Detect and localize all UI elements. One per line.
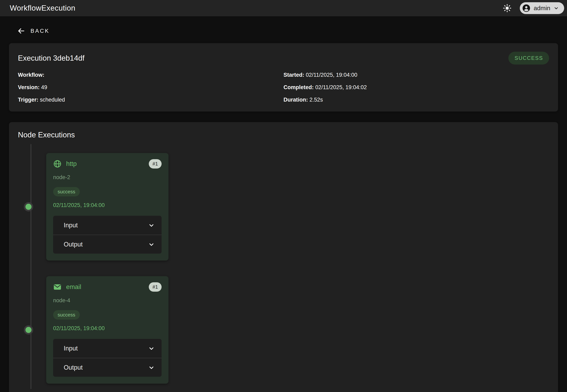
app-title: WorkflowExecution — [10, 4, 75, 13]
detail-label: Completed: — [283, 84, 314, 90]
input-accordion-toggle[interactable]: Input — [53, 216, 162, 235]
chevron-down-icon — [148, 222, 155, 229]
theme-toggle-button[interactable] — [503, 4, 512, 13]
globe-icon — [53, 160, 62, 168]
timeline-dot — [24, 202, 33, 211]
timeline-line — [30, 144, 31, 389]
execution-title: Execution 3deb14df — [18, 54, 84, 62]
sun-icon — [503, 4, 512, 13]
attempt-badge: #1 — [149, 282, 162, 292]
back-label: BACK — [30, 28, 50, 34]
user-avatar-icon — [522, 4, 530, 12]
node-timestamp: 02/11/2025, 19:04:00 — [53, 202, 162, 209]
io-box: Input Output — [53, 216, 162, 254]
attempt-badge: #1 — [149, 159, 162, 168]
node-id-label: node-4 — [53, 297, 162, 304]
output-label: Output — [64, 364, 83, 371]
detail-value: scheduled — [40, 97, 65, 103]
detail-completed: Completed: 02/11/2025, 19:04:02 — [283, 84, 549, 91]
chevron-down-icon — [553, 5, 559, 11]
execution-summary-card: Execution 3deb14df SUCCESS Workflow: Ver… — [9, 43, 558, 112]
user-menu-button[interactable]: admin — [520, 2, 564, 14]
detail-value: 2.52s — [310, 97, 323, 103]
timeline-dot — [24, 325, 33, 335]
node-execution-card-http: http #1 node-2 success 02/11/2025, 19:04… — [46, 153, 168, 261]
detail-label: Version: — [18, 84, 40, 90]
mail-icon — [53, 283, 62, 291]
output-accordion-toggle[interactable]: Output — [53, 235, 162, 254]
detail-label: Started: — [283, 72, 304, 78]
chevron-down-icon — [148, 364, 155, 371]
node-type-label: http — [66, 160, 77, 168]
node-status-badge: success — [53, 187, 80, 196]
chevron-down-icon — [148, 345, 155, 352]
node-executions-title: Node Executions — [18, 131, 549, 139]
chevron-down-icon — [148, 241, 155, 248]
arrow-left-icon — [17, 27, 25, 35]
topbar: WorkflowExecution — [0, 0, 567, 16]
node-executions-card: Node Executions http #1 node-2 success — [9, 122, 558, 392]
execution-status-badge: SUCCESS — [508, 52, 549, 65]
io-box: Input Output — [53, 339, 162, 377]
detail-label: Trigger: — [18, 97, 39, 103]
input-label: Input — [64, 345, 78, 352]
detail-label: Duration: — [283, 97, 308, 103]
input-label: Input — [64, 222, 78, 229]
output-accordion-toggle[interactable]: Output — [53, 358, 162, 377]
node-id-label: node-2 — [53, 174, 162, 181]
detail-workflow: Workflow: — [18, 72, 283, 78]
execution-details: Workflow: Version: 49 Trigger: scheduled… — [18, 72, 549, 103]
detail-trigger: Trigger: scheduled — [18, 97, 283, 103]
detail-value: 02/11/2025, 19:04:00 — [306, 72, 357, 78]
node-timestamp: 02/11/2025, 19:04:00 — [53, 325, 162, 332]
back-button[interactable]: BACK — [17, 27, 50, 35]
output-label: Output — [64, 241, 83, 248]
detail-label: Workflow: — [18, 72, 44, 78]
detail-value: 49 — [41, 84, 47, 90]
node-status-badge: success — [53, 310, 80, 320]
topbar-actions: admin — [503, 2, 564, 14]
detail-started: Started: 02/11/2025, 19:04:00 — [283, 72, 549, 78]
detail-version: Version: 49 — [18, 84, 283, 91]
node-list: http #1 node-2 success 02/11/2025, 19:04… — [46, 153, 549, 384]
node-type-label: email — [66, 283, 81, 291]
input-accordion-toggle[interactable]: Input — [53, 339, 162, 358]
detail-value: 02/11/2025, 19:04:02 — [315, 84, 367, 90]
node-execution-card-email: email #1 node-4 success 02/11/2025, 19:0… — [46, 276, 168, 384]
detail-duration: Duration: 2.52s — [283, 97, 549, 103]
user-name-label: admin — [534, 5, 550, 12]
